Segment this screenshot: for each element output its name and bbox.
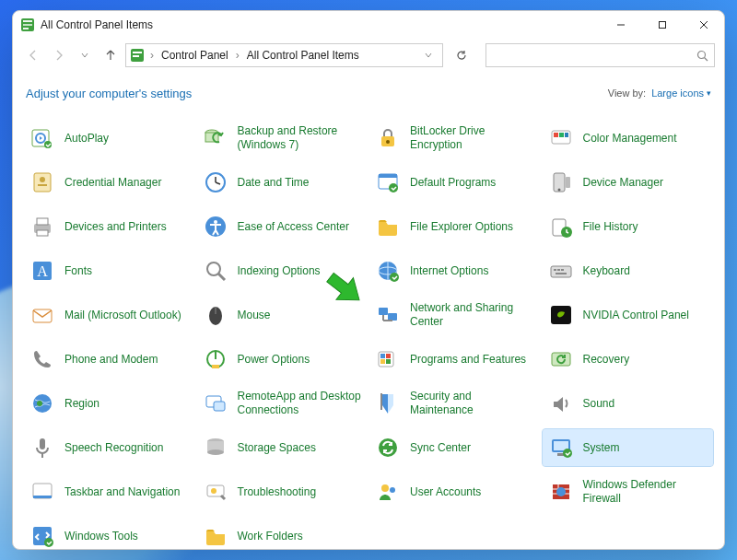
cp-item-keyboard[interactable]: Keyboard — [543, 252, 714, 289]
system-icon — [548, 435, 574, 461]
cp-item-speech[interactable]: Speech Recognition — [24, 429, 195, 466]
cp-item-bitlocker[interactable]: BitLocker Drive Encryption — [369, 120, 541, 157]
svg-rect-22 — [559, 133, 564, 137]
cp-item-label: Recovery — [583, 353, 630, 367]
svg-rect-76 — [214, 402, 225, 411]
cp-item-label: Default Programs — [410, 176, 496, 190]
cp-item-phone[interactable]: Phone and Modem — [24, 341, 195, 378]
cp-item-ease[interactable]: Ease of Access Center — [197, 208, 368, 245]
cp-item-nvidia[interactable]: NVIDIA Control Panel — [543, 297, 714, 333]
svg-rect-17 — [205, 133, 218, 142]
cp-item-label: Internet Options — [410, 264, 488, 278]
svg-rect-59 — [379, 308, 388, 315]
network-icon — [375, 302, 401, 328]
svg-rect-71 — [386, 359, 391, 364]
search-box[interactable] — [485, 43, 715, 67]
cp-item-system[interactable]: System — [543, 429, 714, 466]
svg-rect-37 — [37, 218, 48, 225]
svg-rect-26 — [38, 184, 47, 186]
cp-item-region[interactable]: Region — [24, 385, 195, 422]
cp-item-recovery[interactable]: Recovery — [543, 341, 714, 378]
breadcrumb-root[interactable]: Control Panel — [159, 49, 230, 62]
back-button[interactable] — [22, 44, 44, 66]
cp-item-security[interactable]: Security and Maintenance — [369, 385, 541, 422]
fonts-icon: A — [29, 258, 55, 284]
cp-item-printer[interactable]: Devices and Printers — [24, 208, 195, 245]
ease-icon — [203, 214, 228, 239]
cp-item-default[interactable]: Default Programs — [369, 164, 541, 201]
search-input[interactable] — [492, 49, 696, 62]
internet-icon — [375, 258, 401, 284]
recent-dropdown[interactable] — [74, 44, 96, 66]
forward-button[interactable] — [48, 44, 70, 66]
cp-item-autoplay[interactable]: AutoPlay — [24, 120, 195, 157]
up-button[interactable] — [99, 44, 122, 66]
cp-item-label: BitLocker Drive Encryption — [410, 124, 535, 152]
window-title: All Control Panel Items — [41, 18, 153, 31]
users-icon — [375, 479, 401, 505]
cp-item-history[interactable]: File History — [543, 208, 714, 245]
svg-rect-68 — [380, 354, 385, 358]
cp-item-label: AutoPlay — [64, 132, 109, 146]
svg-rect-60 — [388, 313, 397, 321]
cp-item-power[interactable]: Power Options — [197, 341, 368, 378]
cp-item-troubleshoot[interactable]: Troubleshooting — [197, 473, 368, 510]
refresh-button[interactable] — [450, 44, 473, 66]
cp-item-network[interactable]: Network and Sharing Center — [369, 297, 541, 333]
cp-item-datetime[interactable]: Date and Time — [197, 164, 368, 201]
cp-item-storage[interactable]: Storage Spaces — [197, 429, 368, 466]
cp-item-taskbar[interactable]: Taskbar and Navigation — [24, 473, 195, 510]
cp-item-label: Troubleshooting — [238, 485, 317, 499]
address-bar[interactable]: › Control Panel › All Control Panel Item… — [125, 43, 443, 67]
cp-item-label: Indexing Options — [238, 264, 321, 278]
cp-item-backup[interactable]: Backup and Restore (Windows 7) — [197, 120, 368, 157]
adjust-settings-link[interactable]: Adjust your computer's settings — [26, 87, 192, 100]
svg-point-92 — [381, 484, 389, 492]
cp-item-mouse[interactable]: Mouse — [197, 297, 368, 333]
cp-item-label: Sync Center — [410, 441, 471, 455]
svg-rect-54 — [561, 269, 564, 271]
troubleshoot-icon — [203, 479, 228, 505]
cp-item-device[interactable]: Device Manager — [543, 164, 714, 201]
maximize-button[interactable] — [641, 11, 683, 39]
cp-item-internet[interactable]: Internet Options — [369, 252, 541, 289]
cp-item-indexing[interactable]: Indexing Options — [197, 252, 368, 289]
region-icon — [29, 391, 55, 416]
cp-item-color[interactable]: Color Management — [543, 120, 714, 157]
svg-rect-56 — [33, 309, 52, 322]
cp-item-programs[interactable]: Programs and Features — [369, 341, 541, 378]
cp-item-users[interactable]: User Accounts — [369, 473, 541, 510]
storage-icon — [203, 435, 228, 461]
cp-item-sync[interactable]: Sync Center — [369, 429, 541, 466]
cp-item-folder[interactable]: Work Folders — [197, 518, 368, 549]
svg-rect-89 — [33, 496, 52, 498]
items-scroll-area[interactable]: AutoPlayBackup and Restore (Windows 7)Bi… — [13, 114, 724, 549]
viewby-dropdown[interactable]: Large icons ▾ — [651, 88, 711, 99]
close-button[interactable] — [683, 11, 724, 39]
cp-item-tools[interactable]: Windows Tools — [24, 518, 195, 549]
phone-icon — [29, 346, 55, 372]
control-panel-window: All Control Panel Items › Control Panel … — [12, 10, 725, 550]
cp-item-label: NVIDIA Control Panel — [583, 309, 689, 322]
cp-item-sound[interactable]: Sound — [543, 385, 714, 422]
cp-item-credential[interactable]: Credential Manager — [24, 164, 195, 201]
cp-item-mail[interactable]: Mail (Microsoft Outlook) — [24, 297, 195, 333]
svg-point-82 — [207, 449, 224, 455]
cp-item-folder[interactable]: File Explorer Options — [369, 208, 541, 245]
address-dropdown-icon[interactable] — [418, 51, 439, 60]
cp-item-fonts[interactable]: AFonts — [24, 252, 195, 289]
svg-point-11 — [698, 51, 706, 58]
command-bar: Adjust your computer's settings View by:… — [13, 72, 724, 114]
minimize-button[interactable] — [600, 11, 641, 39]
cp-item-firewall[interactable]: Windows Defender Firewall — [543, 473, 714, 510]
cp-item-remoteapp[interactable]: RemoteApp and Desktop Connections — [197, 385, 368, 422]
svg-point-40 — [214, 220, 217, 224]
cp-item-label: Sound — [583, 397, 615, 411]
cp-item-label: Credential Manager — [64, 176, 161, 190]
cp-item-label: Region — [64, 397, 99, 411]
programs-icon — [375, 346, 401, 372]
chevron-right-icon: › — [234, 49, 241, 62]
security-icon — [375, 391, 401, 416]
breadcrumb-current[interactable]: All Control Panel Items — [245, 49, 361, 62]
svg-rect-2 — [23, 24, 32, 26]
